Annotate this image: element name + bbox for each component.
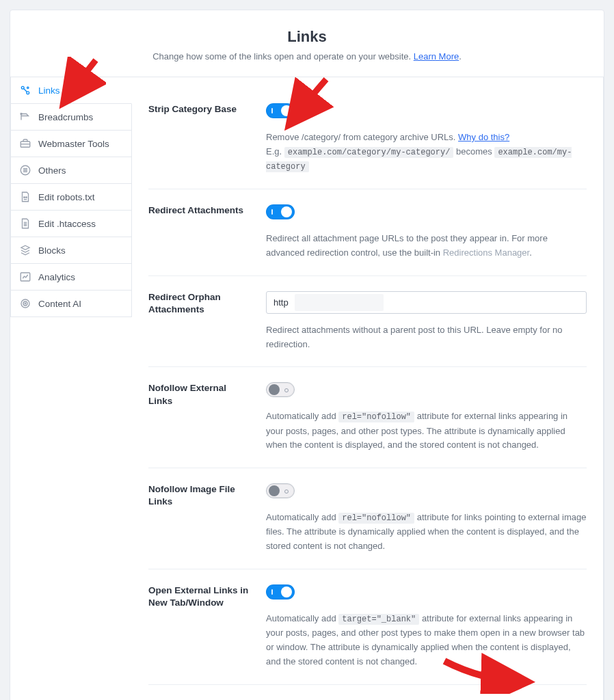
svg-point-0 bbox=[21, 86, 24, 89]
chart-icon bbox=[19, 271, 31, 283]
sidebar-item-edit-htaccess[interactable]: Edit .htaccess bbox=[10, 211, 132, 237]
redacted-overlay bbox=[295, 294, 384, 311]
sidebar-item-analytics[interactable]: Analytics bbox=[10, 264, 132, 291]
setting-description: Automatically add rel="nofollow" attribu… bbox=[266, 409, 587, 453]
svg-point-1 bbox=[27, 92, 29, 94]
svg-point-2 bbox=[27, 87, 29, 88]
sidebar-item-label: Edit .htaccess bbox=[38, 219, 96, 229]
setting-nofollow-image: Nofollow Image File Links Automatically … bbox=[148, 468, 587, 569]
sidebar-item-label: Edit robots.txt bbox=[38, 192, 95, 202]
sidebar-item-content-ai[interactable]: Content AI bbox=[10, 291, 132, 317]
setting-label: Open External Links in New Tab/Window bbox=[148, 584, 250, 669]
svg-point-11 bbox=[25, 303, 26, 304]
file-robot-icon bbox=[19, 191, 31, 203]
setting-label: Nofollow External Links bbox=[148, 382, 250, 453]
setting-label: Strip Category Base bbox=[148, 103, 250, 174]
setting-nofollow-external: Nofollow External Links Automatically ad… bbox=[148, 367, 587, 468]
nofollow-code: rel="nofollow" bbox=[338, 412, 414, 422]
breadcrumbs-icon bbox=[19, 111, 31, 123]
setting-description: Automatically add target="_blank" attrib… bbox=[266, 612, 587, 669]
setting-label: Redirect Orphan Attachments bbox=[148, 291, 250, 352]
toggle-nofollow-image[interactable] bbox=[266, 483, 295, 498]
learn-more-link[interactable]: Learn More bbox=[414, 51, 459, 62]
setting-description: Automatically add rel="nofollow" attribu… bbox=[266, 511, 587, 554]
svg-point-7 bbox=[26, 197, 27, 198]
toggle-open-new-tab[interactable] bbox=[266, 584, 295, 600]
setting-description: Redirect attachments without a parent po… bbox=[266, 323, 587, 352]
example-from-code: example.com/category/my-category/ bbox=[284, 147, 454, 158]
sidebar-item-breadcrumbs[interactable]: Breadcrumbs bbox=[10, 104, 132, 131]
sidebar-item-label: Webmaster Tools bbox=[38, 139, 109, 149]
toggle-nofollow-external[interactable] bbox=[266, 382, 295, 397]
sidebar-item-edit-robots-txt[interactable]: Edit robots.txt bbox=[10, 184, 132, 211]
target-icon bbox=[19, 297, 31, 310]
nofollow-code: rel="nofollow" bbox=[338, 513, 414, 524]
setting-open-new-tab: Open External Links in New Tab/Window Au… bbox=[148, 569, 587, 685]
setting-redirect-attachments: Redirect Attachments Redirect all attach… bbox=[148, 189, 587, 276]
setting-description: Remove /category/ from category archive … bbox=[266, 131, 587, 174]
sidebar-item-label: Content AI bbox=[38, 299, 81, 309]
settings-footer: Reset Options Save Changes bbox=[148, 690, 587, 701]
toggle-strip-category-base[interactable] bbox=[266, 103, 295, 118]
setting-label: Nofollow Image File Links bbox=[148, 483, 250, 554]
setting-redirect-orphan: Redirect Orphan Attachments Redirect att… bbox=[148, 276, 587, 368]
sidebar-item-webmaster-tools[interactable]: Webmaster Tools bbox=[10, 131, 132, 157]
sidebar-item-label: Blocks bbox=[38, 245, 66, 256]
sidebar-item-label: Breadcrumbs bbox=[38, 112, 93, 122]
redirections-manager-link[interactable]: Redirections Manager bbox=[443, 247, 529, 258]
settings-sidebar: LinksBreadcrumbsWebmaster ToolsOthersEdi… bbox=[10, 77, 132, 700]
sidebar-item-label: Analytics bbox=[38, 272, 75, 282]
sidebar-item-label: Links bbox=[38, 85, 60, 96]
sidebar-item-blocks[interactable]: Blocks bbox=[10, 237, 132, 264]
list-icon bbox=[19, 164, 31, 176]
links-icon bbox=[19, 84, 31, 96]
toolbox-icon bbox=[19, 137, 31, 150]
page-subtitle: Change how some of the links open and op… bbox=[24, 51, 590, 62]
blocks-icon bbox=[19, 244, 31, 256]
setting-strip-category-base: Strip Category Base Remove /category/ fr… bbox=[148, 88, 587, 189]
page-title: Links bbox=[24, 28, 590, 46]
sidebar-item-label: Others bbox=[38, 165, 66, 176]
toggle-redirect-attachments[interactable] bbox=[266, 204, 295, 219]
svg-point-6 bbox=[24, 197, 25, 198]
file-lines-icon bbox=[19, 217, 31, 230]
setting-description: Redirect all attachment page URLs to the… bbox=[266, 232, 587, 260]
sidebar-item-others[interactable]: Others bbox=[10, 157, 132, 184]
setting-label: Redirect Attachments bbox=[148, 204, 250, 260]
page-header: Links Change how some of the links open … bbox=[10, 10, 604, 77]
settings-panel: Strip Category Base Remove /category/ fr… bbox=[132, 77, 604, 700]
target-blank-code: target="_blank" bbox=[338, 614, 419, 625]
sidebar-item-links[interactable]: Links bbox=[10, 77, 132, 104]
why-do-this-link[interactable]: Why do this? bbox=[458, 132, 509, 142]
